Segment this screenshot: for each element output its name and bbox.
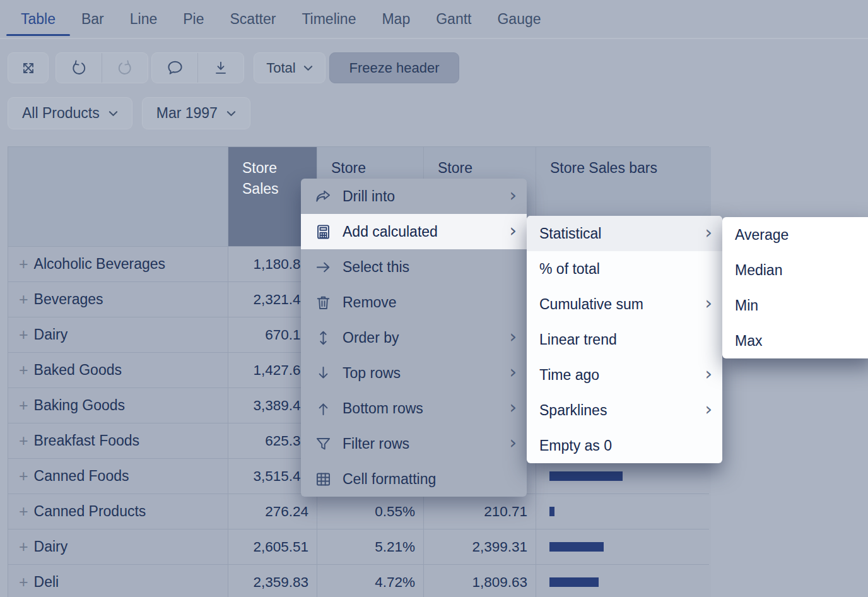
submenu-chevron-icon: › <box>509 398 517 417</box>
submenu-chevron-icon: › <box>705 365 712 383</box>
chevron-down-icon <box>226 110 236 117</box>
product-filter-dropdown[interactable]: All Products <box>8 97 132 129</box>
submenu-item-cumulative-sum[interactable]: Cumulative sum › <box>527 287 722 322</box>
menu-item-bottom-rows[interactable]: Bottom rows › <box>301 391 527 426</box>
drill-into-icon <box>315 188 332 205</box>
download-icon <box>213 60 229 76</box>
cell-bar[interactable] <box>536 494 711 529</box>
total-dropdown[interactable]: Total <box>254 52 326 83</box>
tab-pie[interactable]: Pie <box>183 11 204 28</box>
expand-plus-icon[interactable]: + <box>19 396 28 415</box>
submenu-item-max[interactable]: Max <box>722 323 868 358</box>
undo-icon <box>71 60 87 76</box>
menu-item-add-calculated[interactable]: Add calculated › <box>301 214 527 249</box>
undo-redo-group <box>56 52 148 83</box>
menu-item-order-by[interactable]: Order by › <box>301 320 527 355</box>
expand-plus-icon[interactable]: + <box>19 432 28 450</box>
row-label[interactable]: +Canned Products <box>8 494 228 529</box>
expand-plus-icon[interactable]: + <box>19 573 28 591</box>
row-label[interactable]: +Baked Goods <box>8 353 228 387</box>
period-filter-dropdown[interactable]: Mar 1997 <box>142 97 250 129</box>
tab-bar[interactable]: Bar <box>81 11 104 28</box>
submenu-item-empty-as-0[interactable]: Empty as 0 <box>527 428 722 463</box>
grid-icon <box>315 471 332 488</box>
submenu-chevron-icon: › <box>705 223 712 242</box>
tab-scatter[interactable]: Scatter <box>230 11 276 28</box>
redo-icon <box>117 60 133 76</box>
menu-item-remove[interactable]: Remove <box>301 285 527 320</box>
cell-bar[interactable] <box>536 459 711 494</box>
sales-bar <box>549 542 604 552</box>
funnel-icon <box>315 435 332 452</box>
toolbar: Total Freeze header <box>8 52 459 83</box>
redo-button[interactable] <box>102 53 148 83</box>
row-label[interactable]: +Dairy <box>8 317 228 352</box>
expand-plus-icon[interactable]: + <box>19 538 28 556</box>
tab-line[interactable]: Line <box>130 11 157 28</box>
cell-store2[interactable]: 210.71 <box>424 494 536 529</box>
sales-bar <box>549 577 599 587</box>
row-label[interactable]: +Breakfast Foods <box>8 423 228 458</box>
sales-bar <box>549 507 554 516</box>
cell-bar[interactable] <box>536 565 711 597</box>
row-label[interactable]: +Canned Foods <box>8 459 228 494</box>
tab-table[interactable]: Table <box>21 11 56 28</box>
cell-store-pct[interactable]: 4.72% <box>317 565 423 597</box>
expand-icon <box>20 60 37 76</box>
expand-plus-icon[interactable]: + <box>19 467 28 485</box>
menu-item-top-rows[interactable]: Top rows › <box>301 355 527 391</box>
cell-store-sales[interactable]: 2,359.83 <box>228 565 317 597</box>
undo-button[interactable] <box>56 53 102 83</box>
comment-button[interactable] <box>152 53 197 83</box>
expand-plus-icon[interactable]: + <box>19 502 28 521</box>
header-cell-empty[interactable] <box>8 147 228 246</box>
arrow-down-icon <box>315 365 332 382</box>
freeze-header-button[interactable]: Freeze header <box>329 52 459 83</box>
cell-store-sales[interactable]: 2,605.51 <box>228 529 317 564</box>
menu-item-filter-rows[interactable]: Filter rows › <box>301 426 527 461</box>
statistical-submenu: Average Median Min Max <box>722 217 868 358</box>
tab-map[interactable]: Map <box>382 11 410 28</box>
menu-item-cell-formatting[interactable]: Cell formatting <box>301 461 527 497</box>
cell-store-sales[interactable]: 276.24 <box>228 494 317 529</box>
menu-item-select-this[interactable]: Select this <box>301 249 527 285</box>
submenu-chevron-icon: › <box>509 363 517 381</box>
expand-plus-icon[interactable]: + <box>19 255 28 273</box>
calculator-icon <box>315 223 332 240</box>
submenu-chevron-icon: › <box>509 434 517 452</box>
submenu-item-median[interactable]: Median <box>722 252 868 288</box>
cell-store-pct[interactable]: 5.21% <box>317 529 423 564</box>
cell-bar[interactable] <box>536 529 711 564</box>
tab-gantt[interactable]: Gantt <box>436 11 471 28</box>
tab-gauge[interactable]: Gauge <box>497 11 541 28</box>
row-label[interactable]: +Deli <box>8 565 228 597</box>
trash-icon <box>315 294 332 311</box>
cell-store2[interactable]: 2,399.31 <box>424 529 536 564</box>
submenu-item-average[interactable]: Average <box>722 217 868 252</box>
download-button[interactable] <box>197 53 243 83</box>
expand-plus-icon[interactable]: + <box>19 326 28 344</box>
tab-timeline[interactable]: Timeline <box>302 11 356 28</box>
submenu-chevron-icon: › <box>509 222 517 240</box>
cell-store2[interactable]: 1,809.63 <box>424 565 536 597</box>
chevron-down-icon <box>303 65 313 71</box>
submenu-chevron-icon: › <box>705 294 712 312</box>
total-dropdown-label: Total <box>266 60 295 76</box>
submenu-item-linear-trend[interactable]: Linear trend <box>527 322 722 357</box>
cell-store-pct[interactable]: 0.55% <box>317 494 423 529</box>
submenu-item-sparklines[interactable]: Sparklines › <box>527 393 722 428</box>
expand-plus-icon[interactable]: + <box>19 290 28 309</box>
expand-button[interactable] <box>8 52 49 83</box>
comment-download-group <box>151 52 244 83</box>
row-label[interactable]: +Alcoholic Beverages <box>8 247 228 281</box>
submenu-chevron-icon: › <box>509 186 517 204</box>
submenu-item-min[interactable]: Min <box>722 288 868 323</box>
submenu-item-pct-of-total[interactable]: % of total <box>527 251 722 287</box>
menu-item-drill-into[interactable]: Drill into › <box>301 179 527 214</box>
row-label[interactable]: +Dairy <box>8 529 228 564</box>
submenu-item-statistical[interactable]: Statistical › <box>527 216 722 251</box>
row-label[interactable]: +Beverages <box>8 282 228 317</box>
row-label[interactable]: +Baking Goods <box>8 388 228 423</box>
expand-plus-icon[interactable]: + <box>19 361 28 379</box>
submenu-item-time-ago[interactable]: Time ago › <box>527 357 722 393</box>
